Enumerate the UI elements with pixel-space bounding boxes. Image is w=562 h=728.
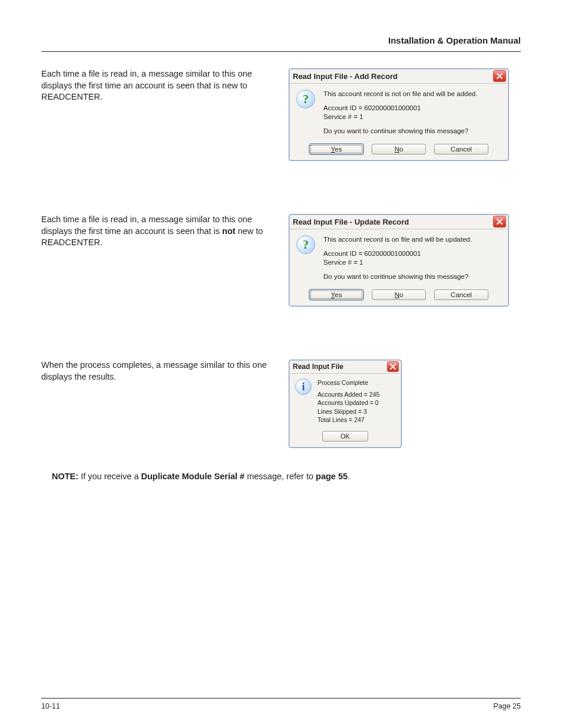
page: Installation & Operation Manual Each tim… bbox=[0, 0, 562, 728]
question-icon: ? bbox=[296, 235, 315, 254]
dialog-body: ? This account record is on file and wil… bbox=[289, 229, 508, 287]
caption-add-record: Each time a file is read in, a message s… bbox=[41, 68, 277, 103]
running-header: Installation & Operation Manual bbox=[41, 35, 521, 52]
footer-left: 10-11 bbox=[41, 702, 60, 710]
stat-added: Accounts Added = 245 bbox=[318, 390, 395, 398]
caption-process-complete: When the process completes, a message si… bbox=[41, 360, 277, 383]
yes-button[interactable]: Yes bbox=[309, 289, 363, 300]
message-line: Process Complete bbox=[318, 378, 395, 387]
hotkey: Y bbox=[331, 291, 335, 298]
footer-right: Page 25 bbox=[493, 702, 521, 710]
close-icon bbox=[390, 364, 396, 370]
hotkey: N bbox=[395, 146, 399, 153]
stat-skipped: Lines Skipped = 3 bbox=[318, 407, 395, 416]
message-line: This account record is not on file and w… bbox=[323, 90, 501, 99]
stat-updated: Accounts Updated = 0 bbox=[318, 398, 395, 407]
note-text: . bbox=[348, 472, 350, 481]
note-label: NOTE: bbox=[52, 472, 78, 481]
caption-text: Each time a file is read in, a message s… bbox=[41, 215, 252, 236]
note-bold: Duplicate Module Serial # bbox=[141, 472, 245, 481]
close-button[interactable] bbox=[387, 361, 399, 372]
dialog-body: ? This account record is not on file and… bbox=[289, 84, 508, 141]
emphasis: not bbox=[222, 226, 236, 236]
cancel-button[interactable]: Cancel bbox=[434, 289, 488, 300]
note: NOTE: If you receive a Duplicate Module … bbox=[52, 472, 521, 481]
titlebar: Read Input File - Add Record bbox=[289, 69, 508, 84]
service-line: Service # = 1 bbox=[323, 258, 501, 268]
caption-text: new to bbox=[236, 226, 263, 236]
dialog-message: This account record is not on file and w… bbox=[323, 90, 501, 138]
account-id-line: Account ID = 602000001000001 bbox=[323, 104, 501, 113]
close-button[interactable] bbox=[493, 70, 506, 82]
info-icon: i bbox=[295, 378, 312, 395]
note-page-ref: page 55 bbox=[316, 472, 348, 481]
titlebar: Read Input File - Update Record bbox=[289, 215, 508, 229]
ok-button[interactable]: OK bbox=[322, 431, 368, 442]
dialog-message: Process Complete Accounts Added = 245 Ac… bbox=[318, 378, 395, 426]
button-row: Yes No Cancel bbox=[289, 141, 508, 160]
brand-name: READCENTER bbox=[41, 92, 100, 101]
dialog-title: Read Input File bbox=[293, 363, 387, 371]
hotkey: N bbox=[395, 291, 399, 298]
prompt-line: Do you want to continue showing this mes… bbox=[323, 127, 501, 136]
dialog-add-record: Read Input File - Add Record ? This acco… bbox=[289, 68, 509, 161]
page-footer: 10-11 Page 25 bbox=[41, 698, 521, 710]
section-add-record: Each time a file is read in, a message s… bbox=[41, 68, 521, 161]
dialog-update-record: Read Input File - Update Record ? This a… bbox=[289, 214, 509, 307]
cancel-button[interactable]: Cancel bbox=[434, 144, 488, 154]
question-icon: ? bbox=[296, 90, 315, 108]
button-row: Yes No Cancel bbox=[289, 287, 508, 306]
prompt-line: Do you want to continue showing this mes… bbox=[323, 272, 501, 282]
caption-update-record: Each time a file is read in, a message s… bbox=[41, 214, 277, 249]
yes-button[interactable]: Yes bbox=[309, 144, 363, 154]
dialog-message: This account record is on file and will … bbox=[323, 235, 501, 284]
caption-text: . bbox=[100, 92, 103, 101]
message-line: This account record is on file and will … bbox=[323, 235, 501, 245]
note-text: If you receive a bbox=[78, 472, 141, 481]
dialog-body: i Process Complete Accounts Added = 245 … bbox=[289, 374, 401, 429]
section-process-complete: When the process completes, a message si… bbox=[41, 360, 521, 448]
dialog-process-complete: Read Input File i Process Complete Accou… bbox=[289, 360, 402, 448]
note-text: message, refer to bbox=[244, 472, 316, 481]
close-button[interactable] bbox=[493, 216, 506, 228]
no-button[interactable]: No bbox=[372, 289, 426, 300]
stat-total: Total Lines = 247 bbox=[318, 416, 395, 424]
dialog-title: Read Input File - Add Record bbox=[293, 72, 493, 81]
service-line: Service # = 1 bbox=[323, 113, 501, 122]
close-icon bbox=[497, 219, 503, 225]
titlebar: Read Input File bbox=[289, 360, 401, 374]
hotkey: Y bbox=[331, 146, 335, 153]
caption-text: . bbox=[100, 238, 103, 247]
brand-name: READCENTER bbox=[41, 238, 100, 247]
caption-text: Each time a file is read in, a message s… bbox=[41, 69, 252, 90]
dialog-title: Read Input File - Update Record bbox=[293, 218, 493, 226]
no-button[interactable]: No bbox=[372, 144, 426, 154]
account-id-line: Account ID = 602000001000001 bbox=[323, 249, 501, 259]
section-update-record: Each time a file is read in, a message s… bbox=[41, 214, 521, 307]
button-row: OK bbox=[289, 429, 401, 447]
close-icon bbox=[497, 73, 503, 79]
